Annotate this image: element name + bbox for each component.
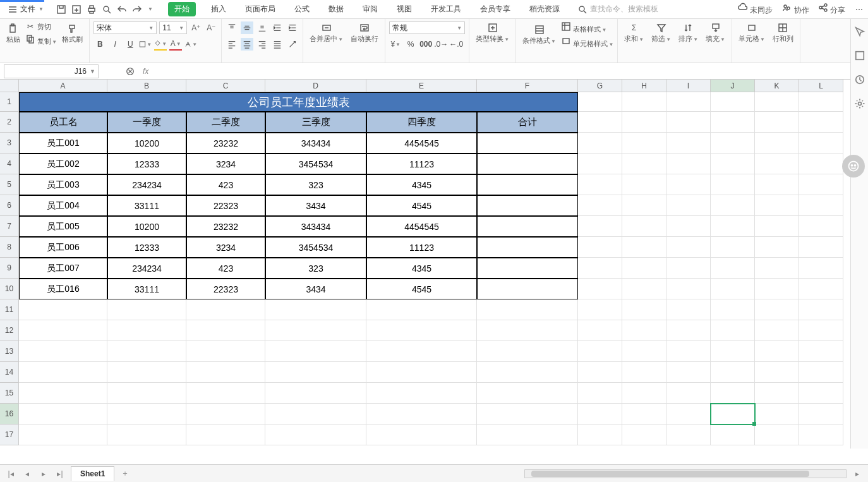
cell[interactable] xyxy=(107,320,186,341)
cell[interactable] xyxy=(622,320,666,341)
increase-font-icon[interactable]: A⁺ xyxy=(190,21,202,34)
cell[interactable] xyxy=(799,299,843,320)
cell[interactable] xyxy=(755,112,799,133)
col-head-B[interactable]: B xyxy=(107,80,186,92)
data-cell[interactable]: 323 xyxy=(265,174,366,195)
cell[interactable] xyxy=(799,174,843,195)
cell[interactable] xyxy=(107,383,186,404)
cell[interactable] xyxy=(265,404,366,425)
data-cell[interactable]: 23232 xyxy=(186,133,265,154)
cell[interactable] xyxy=(19,425,107,445)
row-head-4[interactable]: 4 xyxy=(0,154,19,174)
data-cell[interactable]: 33111 xyxy=(107,279,186,299)
cell[interactable] xyxy=(711,133,755,154)
header-cell[interactable]: 合计 xyxy=(477,112,578,133)
table-style-button[interactable]: 表格样式▼ xyxy=(561,21,613,34)
sheet-last-icon[interactable]: ▸| xyxy=(54,468,66,479)
align-bottom-icon[interactable] xyxy=(256,21,268,34)
row-head-12[interactable]: 12 xyxy=(0,320,19,341)
data-cell[interactable]: 10200 xyxy=(107,133,186,154)
cell[interactable] xyxy=(186,362,265,383)
wrap-text-button[interactable]: 自动换行 xyxy=(348,21,381,45)
cell[interactable] xyxy=(666,341,711,362)
cell[interactable] xyxy=(711,299,755,320)
sheet-next-icon[interactable]: ▸ xyxy=(38,468,49,479)
col-head-A[interactable]: A xyxy=(19,80,107,92)
cell[interactable] xyxy=(666,279,711,299)
col-head-G[interactable]: G xyxy=(578,80,622,92)
cell[interactable] xyxy=(711,383,755,404)
cell[interactable] xyxy=(578,216,622,237)
data-cell[interactable]: 12333 xyxy=(107,154,186,174)
cell[interactable] xyxy=(799,195,843,216)
decrease-font-icon[interactable]: A⁻ xyxy=(205,21,217,34)
cell[interactable] xyxy=(622,216,666,237)
scrollbar-thumb[interactable] xyxy=(531,471,809,477)
cell[interactable] xyxy=(265,383,366,404)
tab-vip[interactable]: 会员专享 xyxy=(476,2,514,16)
data-cell[interactable]: 员工003 xyxy=(19,174,107,195)
number-format-select[interactable]: 常规▼ xyxy=(389,21,465,34)
cell[interactable] xyxy=(799,112,843,133)
cell[interactable] xyxy=(799,133,843,154)
name-box[interactable]: J16 ▼ xyxy=(4,64,99,78)
cell[interactable] xyxy=(666,237,711,258)
side-backup-icon[interactable] xyxy=(853,73,866,86)
fill-button[interactable]: 填充▼ xyxy=(703,21,728,45)
cell[interactable] xyxy=(107,425,186,445)
data-cell[interactable] xyxy=(477,258,578,279)
data-cell[interactable]: 员工002 xyxy=(19,154,107,174)
add-sheet-icon[interactable]: ＋ xyxy=(119,468,131,479)
tab-formula[interactable]: 公式 xyxy=(291,2,313,16)
sheet-first-icon[interactable]: |◂ xyxy=(5,468,16,479)
cell[interactable] xyxy=(755,383,799,404)
cancel-formula-icon[interactable] xyxy=(124,65,136,78)
cell[interactable] xyxy=(799,258,843,279)
percent-icon[interactable]: % xyxy=(404,38,417,51)
cell[interactable] xyxy=(755,92,799,112)
collab-button[interactable]: 协作 xyxy=(781,3,809,16)
row-head-1[interactable]: 1 xyxy=(0,92,19,112)
row-head-17[interactable]: 17 xyxy=(0,425,19,445)
cell[interactable] xyxy=(799,383,843,404)
cell[interactable] xyxy=(799,404,843,425)
cell[interactable] xyxy=(265,299,366,320)
cell[interactable] xyxy=(755,258,799,279)
data-cell[interactable]: 3434 xyxy=(265,195,366,216)
tab-home[interactable]: 开始 xyxy=(168,2,196,16)
cell[interactable] xyxy=(755,195,799,216)
cell[interactable] xyxy=(578,341,622,362)
data-cell[interactable] xyxy=(477,133,578,154)
row-head-16[interactable]: 16 xyxy=(0,404,19,425)
row-head-10[interactable]: 10 xyxy=(0,279,19,299)
data-cell[interactable] xyxy=(477,279,578,299)
align-center-icon[interactable] xyxy=(241,38,253,51)
cell[interactable] xyxy=(578,425,622,445)
header-cell[interactable]: 一季度 xyxy=(107,112,186,133)
cell[interactable] xyxy=(622,195,666,216)
cell[interactable] xyxy=(477,425,578,445)
rowcol-button[interactable]: 行和列 xyxy=(770,21,796,45)
data-cell[interactable]: 员工007 xyxy=(19,258,107,279)
cell[interactable] xyxy=(622,133,666,154)
cell[interactable] xyxy=(666,154,711,174)
merge-center-button[interactable]: 合并居中▼ xyxy=(307,21,346,45)
cell[interactable] xyxy=(107,341,186,362)
cell[interactable] xyxy=(799,279,843,299)
sync-button[interactable]: 未同步 xyxy=(738,3,773,16)
cell[interactable] xyxy=(711,362,755,383)
data-cell[interactable]: 22323 xyxy=(186,195,265,216)
cell[interactable] xyxy=(622,154,666,174)
cell[interactable] xyxy=(799,154,843,174)
cell[interactable] xyxy=(265,341,366,362)
cell[interactable] xyxy=(755,279,799,299)
cell[interactable] xyxy=(366,320,477,341)
tab-view[interactable]: 视图 xyxy=(393,2,416,16)
font-size-select[interactable]: 11▼ xyxy=(159,21,187,34)
print-preview-icon[interactable] xyxy=(102,4,112,15)
increase-decimal-icon[interactable]: .0→ xyxy=(435,38,447,51)
cell[interactable] xyxy=(666,258,711,279)
cell[interactable] xyxy=(711,112,755,133)
align-right-icon[interactable] xyxy=(256,38,268,51)
chevron-down-icon[interactable]: ▼ xyxy=(148,6,153,12)
